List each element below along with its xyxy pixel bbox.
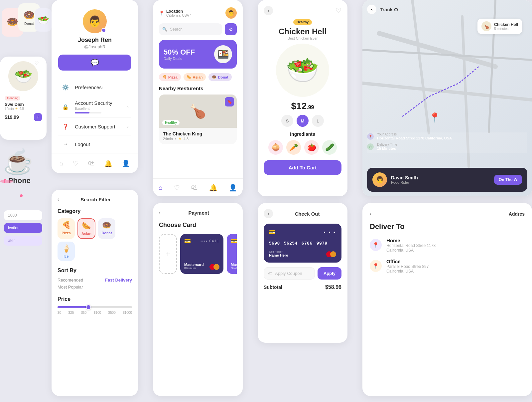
price-row: $19.99 +	[5, 113, 42, 121]
apply-button[interactable]: Apply	[318, 267, 341, 280]
food-rating: 4.9	[19, 107, 24, 110]
address-dot-1: 📍	[367, 133, 374, 140]
food-user-icon[interactable]: 👤	[229, 184, 237, 192]
add-card-button[interactable]: +	[159, 234, 177, 274]
salad-card[interactable]: 🥗	[35, 8, 52, 32]
asian-pill-emoji: 🌭	[187, 75, 192, 79]
product-heart-button[interactable]: ♡	[335, 7, 341, 15]
filter-button[interactable]: ⚙	[225, 23, 237, 35]
message-button[interactable]: 💬	[58, 55, 131, 71]
checkout-panel: ‹ Check Out 💳 • • • 5698 56254 6786 9979…	[258, 203, 347, 343]
filter-cat-donat[interactable]: 🍩 Donat	[98, 218, 115, 239]
size-l[interactable]: L	[312, 115, 324, 127]
asian-pill[interactable]: 🌭 Asian	[184, 73, 206, 81]
bell-nav-icon[interactable]: 🔔	[104, 159, 112, 167]
sort-recommended: Recomended Fast Delivery	[58, 278, 132, 283]
choose-card-title: Choose Card	[159, 222, 237, 229]
input-field-2[interactable]: ication	[4, 223, 42, 233]
checkout-back-button[interactable]: ‹	[264, 209, 273, 218]
user-avatar-small[interactable]: 👨	[225, 7, 237, 19]
food-home-icon[interactable]: ⌂	[159, 184, 163, 191]
filter-cat-asian[interactable]: 🌭 Asian	[77, 218, 95, 239]
restaurant-map-image: 🍗	[481, 21, 491, 31]
top-left-cards: 🍩 🍩 Donat 🥗	[0, 0, 52, 57]
profile-nav-bar: ⌂ ♡ 🛍 🔔 👤	[52, 153, 138, 173]
deliver-back-button[interactable]: ‹	[370, 211, 371, 217]
cc-gold-top: 💳	[231, 238, 237, 244]
driver-avatar: 👨	[372, 172, 387, 187]
checkout-chip-icon: 💳	[269, 229, 276, 235]
map-background: ‹ Track O 🍗 Chicken Hell 5 minutes 📍 📍 Y…	[362, 0, 532, 196]
cc-top: 💳 •••• 0411	[184, 238, 219, 244]
bookmark-button[interactable]: 🔖	[225, 97, 234, 106]
driver-action-button[interactable]: On The W	[494, 175, 522, 185]
product-title: Chicken Hell	[264, 27, 341, 36]
user-nav-icon[interactable]: 👤	[122, 159, 130, 167]
driver-card: 👨 David Smith Food Rider On The W	[367, 168, 527, 192]
home-location-icon: 📍	[370, 239, 382, 251]
cc-gold-bottom: Master Gold	[231, 263, 237, 270]
checkout-card-number: 5698 56254 6786 9979	[269, 241, 336, 246]
search-row: 🔍 Search ⚙	[159, 23, 237, 35]
price-main: 12	[296, 101, 307, 111]
menu-item-preferences[interactable]: ⚙️ Preferences ›	[58, 79, 131, 96]
track-back-button[interactable]: ‹	[367, 5, 376, 14]
pizza-pill[interactable]: 🍕 Pizza	[159, 73, 181, 81]
menu-item-account-security[interactable]: 🔒 Account Security Excellent ›	[58, 96, 131, 118]
checkout-card-dots: • • •	[324, 230, 336, 235]
preferences-arrow: ›	[102, 85, 103, 90]
heart-nav-icon[interactable]: ♡	[73, 159, 79, 167]
search-input-wrap[interactable]: 🔍 Search	[159, 23, 222, 35]
add-button[interactable]: +	[34, 113, 42, 121]
input-field-3[interactable]: ater	[4, 236, 42, 246]
filter-header: ‹ Search Filter	[58, 196, 132, 202]
product-back-button[interactable]: ‹	[264, 6, 273, 15]
coupon-input[interactable]: 🏷 Apply Coupon	[264, 267, 315, 280]
payment-back-button[interactable]: ‹	[159, 210, 161, 216]
search-placeholder: Search	[170, 27, 183, 32]
food-app-nav-bar: ⌂ ♡ 🛍 🔔 👤	[153, 178, 243, 196]
office-location-icon: 📍	[370, 260, 382, 272]
filter-cat-ice[interactable]: 🍦 Ice	[58, 242, 75, 261]
size-selector: S M L	[264, 115, 341, 127]
mastercard-platinum[interactable]: 💳 •••• 0411 Mastercard Platinum	[180, 234, 223, 274]
food-heart-icon[interactable]: ♡	[174, 184, 180, 192]
deliver-option-home[interactable]: 📍 Home Horizental Road Stree 1178Califor…	[370, 238, 525, 253]
input-field-1[interactable]: 1000	[4, 210, 42, 220]
price-slider[interactable]	[58, 306, 132, 308]
deliver-option-office[interactable]: 📍 Office Parallel Road Stree 897Californ…	[370, 259, 525, 274]
food-bell-icon[interactable]: 🔔	[209, 184, 217, 192]
subtotal-row: Subtotal $58.96	[264, 284, 341, 290]
donat-pill[interactable]: 🍩 Donat	[208, 73, 231, 81]
security-bar-wrap	[75, 112, 101, 113]
food-app-panel: 📍 Location California, USA ˅ 👨 🔍 Search …	[153, 0, 243, 196]
add-to-cart-button[interactable]: Add To Cart	[264, 160, 341, 175]
sort-fast-delivery[interactable]: Fast Delivery	[105, 278, 132, 283]
food-price: $19.99	[5, 114, 19, 120]
size-m[interactable]: M	[297, 115, 309, 127]
home-label: Home	[386, 238, 436, 243]
menu-item-logout[interactable]: → Logout	[58, 135, 131, 153]
pink-dot	[20, 194, 23, 197]
cards-row: + 💳 •••• 0411 Mastercard Platinum 💳	[159, 234, 237, 274]
filter-title: Search Filter	[80, 197, 111, 202]
menu-item-customer-support[interactable]: ❓ Customer Support ›	[58, 118, 131, 135]
filter-back-button[interactable]: ‹	[58, 196, 59, 202]
food-bag-icon[interactable]: 🛍	[191, 184, 198, 191]
filter-cat-pizza[interactable]: 🍕 Pizza	[58, 218, 75, 239]
restaurant-card[interactable]: 🍗 Healthy 🔖 The Chicken King 24min • ★ 4…	[159, 95, 237, 144]
home-nav-icon[interactable]: ⌂	[60, 159, 64, 167]
size-s[interactable]: S	[281, 115, 293, 127]
security-icon: 🔒	[61, 102, 70, 111]
mastercard-gold[interactable]: 💳 Master Gold	[227, 234, 237, 274]
checkout-card: 💳 • • • 5698 56254 6786 9979 Cad Holder …	[264, 224, 341, 263]
donat-pill-label: Donat	[218, 75, 228, 79]
promo-banner[interactable]: 50% OFF Daily Deals 🍱	[159, 40, 237, 69]
restaurant-rating: 4.8	[184, 137, 189, 141]
heart-icon[interactable]: ♡	[35, 61, 39, 66]
subtotal-value: $58.96	[325, 284, 341, 290]
price-thumb[interactable]	[86, 304, 91, 310]
pizza-pill-label: Pizza	[168, 75, 178, 79]
bag-nav-icon[interactable]: 🛍	[88, 159, 95, 167]
security-arrow: ›	[127, 104, 129, 109]
